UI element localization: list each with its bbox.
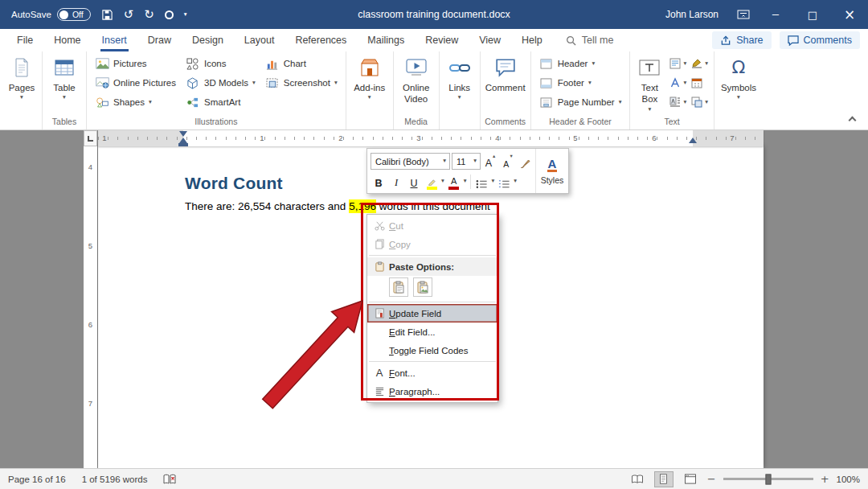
online-video-button[interactable]: Online Video	[398, 53, 435, 105]
tab-insert[interactable]: Insert	[92, 29, 137, 51]
pictures-button[interactable]: Pictures	[91, 54, 180, 73]
links-icon	[449, 55, 470, 80]
quick-parts-button[interactable]: ▾	[669, 54, 686, 73]
web-layout-button[interactable]	[681, 471, 700, 487]
zoom-level[interactable]: 100%	[837, 475, 860, 484]
shapes-button[interactable]: Shapes ▾	[91, 92, 180, 112]
symbols-button[interactable]: Ω Symbols ▾	[719, 53, 759, 102]
zoom-in-button[interactable]: +	[821, 473, 829, 485]
tab-design[interactable]: Design	[182, 29, 234, 51]
zoom-out-button[interactable]: −	[707, 473, 716, 485]
date-time-button[interactable]	[691, 73, 708, 92]
minimize-button[interactable]: ─	[757, 0, 794, 29]
left-indent-marker[interactable]	[178, 143, 188, 146]
icons-button[interactable]: Icons	[182, 54, 260, 73]
signature-line-button[interactable]: ▾	[691, 54, 708, 73]
menu-item-paragraph[interactable]: Paragraph...	[367, 382, 497, 401]
print-layout-button[interactable]	[654, 471, 674, 487]
comments-button[interactable]: Comments	[780, 31, 860, 49]
underline-button[interactable]: U	[406, 173, 422, 191]
footer-button[interactable]: Footer ▾	[535, 73, 626, 92]
chevron-down-icon[interactable]: ▾	[492, 177, 495, 186]
online-pictures-button[interactable]: Online Pictures	[91, 73, 180, 92]
tab-home[interactable]: Home	[43, 29, 91, 51]
grow-font-button[interactable]: A▴	[482, 153, 498, 171]
redo-button[interactable]: ↻	[144, 9, 154, 21]
header-button[interactable]: Header ▾	[535, 54, 626, 73]
bullets-button[interactable]	[474, 173, 490, 191]
share-button[interactable]: Share	[712, 31, 771, 49]
customize-quick-access-button[interactable]: ▾	[184, 10, 187, 19]
paste-keep-source-formatting-button[interactable]	[389, 277, 408, 297]
proofing-status-button[interactable]	[163, 474, 176, 485]
numbering-button[interactable]	[496, 173, 512, 191]
zoom-slider-thumb[interactable]	[765, 474, 771, 484]
right-indent-marker[interactable]	[689, 138, 697, 143]
word-count-indicator[interactable]: 1 of 5196 words	[82, 475, 148, 484]
ribbon-display-options-button[interactable]	[730, 0, 757, 29]
comment-button[interactable]: Comment	[485, 53, 526, 93]
menu-item-font[interactable]: A Font...	[367, 364, 497, 382]
italic-button[interactable]: I	[388, 173, 404, 191]
font-color-button[interactable]: A	[446, 173, 462, 191]
undo-button[interactable]: ↺	[124, 9, 134, 21]
vertical-ruler[interactable]: 4 5 6 7	[84, 146, 97, 468]
font-name-combo[interactable]: Calibri (Body) ▾	[371, 153, 450, 170]
screenshot-button[interactable]: Screenshot ▾	[261, 73, 342, 92]
save-button[interactable]	[101, 0, 113, 29]
tab-references[interactable]: References	[285, 29, 357, 51]
text-box-button[interactable]: Text Box ▾	[634, 53, 665, 113]
horizontal-ruler[interactable]: 1 1 2 3 4 5 6 7	[98, 130, 764, 146]
ruler-number: 3	[416, 134, 420, 142]
tab-view[interactable]: View	[469, 29, 511, 51]
page-number-button[interactable]: Page Number ▾	[535, 92, 626, 112]
menu-item-edit-field[interactable]: Edit Field...	[367, 323, 497, 341]
web-layout-icon	[684, 474, 697, 484]
chevron-down-icon[interactable]: ▾	[514, 177, 517, 186]
chart-button[interactable]: Chart	[261, 54, 342, 73]
menu-item-update-field[interactable]: Update Field	[367, 304, 497, 323]
tab-help[interactable]: Help	[511, 29, 553, 51]
tab-stop-selector[interactable]	[84, 130, 97, 146]
shrink-font-button[interactable]: A▾	[500, 153, 516, 171]
3d-models-button[interactable]: 3D Models ▾	[182, 73, 260, 92]
add-ins-button[interactable]: Add-ins ▾	[350, 53, 389, 102]
close-button[interactable]: ×	[831, 0, 868, 29]
tab-review[interactable]: Review	[415, 29, 469, 51]
collapse-ribbon-button[interactable]	[844, 113, 860, 125]
page-indicator[interactable]: Page 16 of 16	[8, 475, 66, 484]
first-line-indent-marker[interactable]	[179, 131, 187, 137]
read-mode-button[interactable]	[628, 471, 647, 487]
tab-draw[interactable]: Draw	[137, 29, 182, 51]
highlight-color-button[interactable]	[424, 173, 440, 191]
format-painter-button[interactable]	[518, 153, 534, 171]
maximize-button[interactable]: □	[794, 0, 831, 29]
autosave-switch[interactable]: Off	[57, 8, 91, 21]
ribbon-group-symbols: Ω Symbols ▾	[714, 51, 763, 129]
user-name[interactable]: John Larson	[665, 9, 719, 20]
menu-item-toggle-field-codes[interactable]: Toggle Field Codes	[367, 341, 497, 360]
touch-mode-icon[interactable]	[165, 10, 174, 19]
table-button[interactable]: Table ▾	[47, 53, 82, 102]
hanging-indent-marker[interactable]	[179, 138, 187, 143]
smartart-button[interactable]: SmartArt	[182, 92, 260, 112]
styles-button[interactable]: A Styles	[535, 149, 568, 193]
links-button[interactable]: Links ▾	[444, 53, 476, 102]
tell-me-search[interactable]: Tell me	[566, 29, 614, 51]
bold-button[interactable]: B	[371, 173, 387, 191]
wordart-button[interactable]: ▾	[669, 73, 686, 92]
drop-cap-button[interactable]: ▾	[669, 92, 686, 112]
object-button[interactable]: ▾	[691, 92, 708, 112]
copy-icon	[370, 239, 389, 249]
font-size-combo[interactable]: 11 ▾	[452, 153, 481, 170]
chevron-down-icon[interactable]: ▾	[464, 177, 467, 186]
paste-as-picture-button[interactable]	[413, 277, 432, 297]
chevron-down-icon[interactable]: ▾	[441, 177, 444, 186]
zoom-slider[interactable]	[723, 478, 813, 480]
tab-layout[interactable]: Layout	[234, 29, 285, 51]
autosave-toggle[interactable]: AutoSave Off	[11, 8, 91, 21]
chevron-down-icon: ▾	[592, 60, 595, 68]
pages-button[interactable]: Pages ▾	[6, 53, 38, 102]
tab-file[interactable]: File	[6, 29, 43, 51]
tab-mailings[interactable]: Mailings	[357, 29, 415, 51]
